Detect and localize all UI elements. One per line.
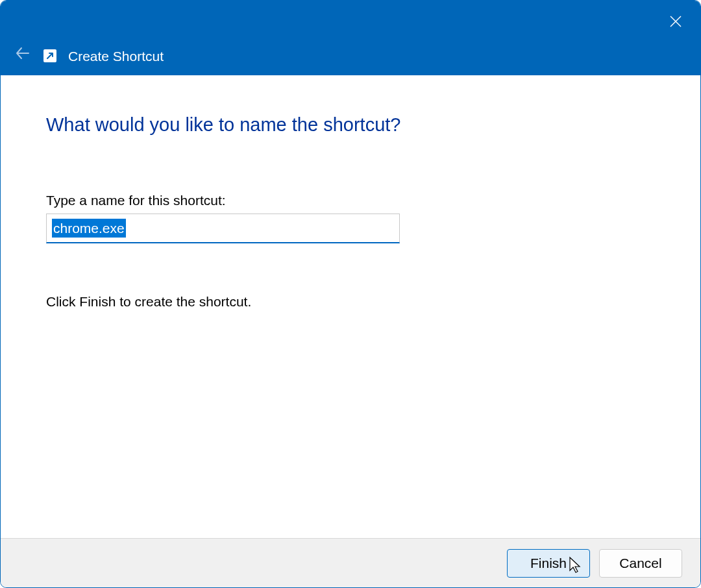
wizard-footer: Finish Cancel [1,538,700,587]
close-icon [669,15,682,28]
create-shortcut-wizard: Create Shortcut What would you like to n… [0,0,701,588]
close-button[interactable] [663,8,689,34]
wizard-content: What would you like to name the shortcut… [1,75,700,538]
page-heading: What would you like to name the shortcut… [46,114,655,136]
cancel-button[interactable]: Cancel [599,549,682,578]
shortcut-icon [43,49,56,62]
shortcut-name-input[interactable]: chrome.exe [46,214,400,243]
instruction-text: Click Finish to create the shortcut. [46,294,655,310]
window-title: Create Shortcut [68,49,164,64]
back-button[interactable] [12,43,33,64]
titlebar: Create Shortcut [1,1,700,75]
input-selected-text: chrome.exe [52,219,126,238]
back-arrow-icon [14,45,31,62]
shortcut-name-label: Type a name for this shortcut: [46,193,655,208]
finish-button[interactable]: Finish [507,549,590,578]
